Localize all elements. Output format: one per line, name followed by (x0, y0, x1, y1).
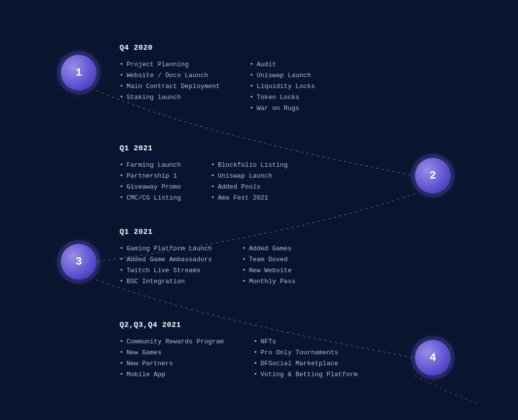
phase-2-content: Farming LaunchPartnership 1Giveaway Prom… (120, 160, 288, 204)
phase-4-content: Community Rewards ProgramNew GamesNew Pa… (120, 336, 358, 380)
phase-4: Q2,Q3,Q4 2021 Community Rewards ProgramN… (120, 321, 358, 380)
roadmap-container: 1 2 3 4 Q4 2020 Project PlanningWebsite … (0, 0, 518, 420)
phase-1-title: Q4 2020 (120, 44, 315, 52)
list-item: Gaming Platform Launch (120, 243, 212, 254)
node-1-label: 1 (75, 67, 82, 79)
list-item: DFSocial Marketplace (254, 358, 358, 369)
list-item: Voting & Betting Platform (254, 369, 358, 380)
phase-4-col2: NFTsPro Only TournamentsDFSocial Marketp… (254, 336, 358, 380)
list-item: Audit (250, 59, 315, 70)
phase-3-col2: Added GamesTeam DoxedNew WebsiteMonthly … (242, 243, 296, 287)
node-1: 1 (61, 55, 97, 91)
phase-3-content: Gaming Platform LaunchAdded Game Ambassa… (120, 243, 295, 287)
list-item: Added Games (242, 243, 296, 254)
phase-1-content: Project PlanningWebsite / Docs LaunchMai… (120, 59, 315, 114)
list-item: Team Doxed (242, 254, 296, 265)
list-item: Uniswap Launch (211, 171, 287, 182)
node-2-label: 2 (429, 170, 436, 182)
list-item: Token Locks (250, 92, 315, 103)
list-item: New Games (120, 347, 224, 358)
node-3-label: 3 (75, 256, 82, 268)
list-item: BSC Integration (120, 276, 212, 287)
phase-2: Q1 2021 Farming LaunchPartnership 1Givea… (120, 144, 288, 204)
list-item: Twitch Live Streams (120, 265, 212, 276)
list-item: Monthly Pass (242, 276, 296, 287)
list-item: Added Game Ambassadors (120, 254, 212, 265)
list-item: Giveaway Promo (120, 182, 181, 193)
phase-2-col2: Blockfolio ListingUniswap LaunchAdded Po… (211, 160, 287, 204)
phase-3-col1: Gaming Platform LaunchAdded Game Ambassa… (120, 243, 212, 287)
phase-1-col2: AuditUniswap LaunchLiquidity LocksToken … (250, 59, 315, 114)
phase-3-title: Q1 2021 (120, 228, 295, 236)
phase-3: Q1 2021 Gaming Platform LaunchAdded Game… (120, 228, 295, 287)
list-item: Mobile App (120, 369, 224, 380)
list-item: War on Rugs (250, 103, 315, 114)
list-item: New Website (242, 265, 296, 276)
list-item: Main Contract Deployment (120, 81, 220, 92)
list-item: NFTs (254, 336, 358, 347)
list-item: Partnership 1 (120, 171, 181, 182)
list-item: Staking launch (120, 92, 220, 103)
phase-4-title: Q2,Q3,Q4 2021 (120, 321, 358, 329)
list-item: Community Rewards Program (120, 336, 224, 347)
phase-1-col1: Project PlanningWebsite / Docs LaunchMai… (120, 59, 220, 114)
list-item: Pro Only Tournaments (254, 347, 358, 358)
node-4-label: 4 (429, 352, 436, 364)
phase-2-title: Q1 2021 (120, 144, 288, 153)
node-4: 4 (415, 340, 451, 376)
list-item: Uniswap Launch (250, 70, 315, 81)
list-item: Added Pools (211, 182, 287, 193)
list-item: New Partners (120, 358, 224, 369)
list-item: Liquidity Locks (250, 81, 315, 92)
list-item: Blockfolio Listing (211, 160, 287, 171)
phase-4-col1: Community Rewards ProgramNew GamesNew Pa… (120, 336, 224, 380)
list-item: CMC/CG Listing (120, 193, 181, 204)
list-item: Ama Fest 2021 (211, 193, 287, 204)
node-3: 3 (61, 244, 97, 280)
phase-2-col1: Farming LaunchPartnership 1Giveaway Prom… (120, 160, 181, 204)
node-2: 2 (415, 158, 451, 194)
list-item: Farming Launch (120, 160, 181, 171)
phase-1: Q4 2020 Project PlanningWebsite / Docs L… (120, 44, 315, 114)
list-item: Project Planning (120, 59, 220, 70)
list-item: Website / Docs Launch (120, 70, 220, 81)
